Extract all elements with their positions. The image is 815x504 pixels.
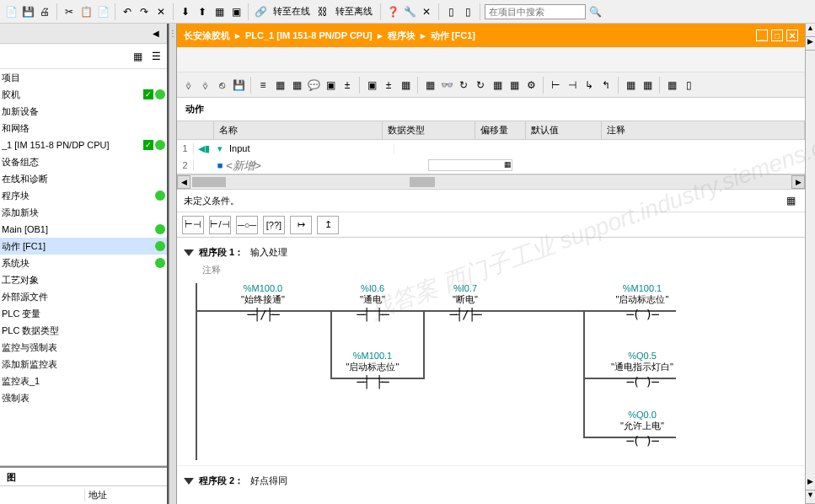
close-icon[interactable]: ✕ [786,29,798,41]
tool-branch-close[interactable]: ↥ [317,216,339,234]
ladder-contact[interactable]: %M100.1"启动标志位"─┤ ├─ [339,351,406,389]
tree-view-icon[interactable]: ▦ [130,49,145,64]
et-icon[interactable]: ▦ [640,78,655,93]
tree-item[interactable]: 强制表 [0,389,167,406]
et-glasses-icon[interactable]: 👓 [439,78,454,93]
tool-nc-contact[interactable]: ⊢/⊣ [209,216,231,234]
et-icon[interactable]: ▦ [623,78,638,93]
cross-icon[interactable]: ✕ [419,4,434,19]
et-icon[interactable]: ▯ [681,78,696,93]
network-collapse-icon[interactable] [184,249,194,256]
crumb-project[interactable]: 长安涂胶机 [184,29,230,42]
et-icon[interactable]: ↻ [456,78,471,93]
tool-icon[interactable]: 🔧 [402,4,417,19]
tree-item[interactable]: PLC 变量 [0,305,167,322]
var-row-input[interactable]: 1 ◀▮ ▾ Input [177,140,805,157]
tree-item[interactable]: 加新设备 [0,103,167,120]
undo-icon[interactable]: ↶ [120,4,135,19]
tree-item[interactable]: 设备组态 [0,153,167,170]
download-icon[interactable]: ⬇ [178,4,193,19]
cut-icon[interactable]: ✂ [62,4,77,19]
tool-branch-open[interactable]: ↦ [290,216,312,234]
tree-item[interactable]: 系统块 [0,255,167,271]
win2-icon[interactable]: ▯ [460,4,475,19]
upload-icon[interactable]: ⬆ [195,4,210,19]
tree-item[interactable]: 在线和诊断 [0,170,167,187]
tree-item[interactable]: 程序块 [0,187,167,204]
tree-item[interactable]: 项目 [0,69,167,86]
et-icon[interactable]: ▣ [323,78,338,93]
go-offline-label[interactable]: 转至离线 [332,5,376,18]
redo-icon[interactable]: ↷ [137,4,152,19]
splitter[interactable]: ⋮ [169,24,177,504]
paste-icon[interactable]: 📄 [95,4,110,19]
et-icon[interactable]: ± [381,78,396,93]
et-icon[interactable]: ▦ [490,78,505,93]
crumb-blocks[interactable]: 程序块 [388,29,416,42]
search-go-icon[interactable]: 🔍 [587,4,603,19]
sim-icon[interactable]: ▣ [228,4,244,19]
tree-item[interactable]: 和网络 [0,120,167,137]
ladder-coil[interactable]: %Q0.0"允许上电"─( )─ [609,410,676,448]
ladder-contact[interactable]: %I0.7"断电"─┤/├─ [432,283,499,321]
link-icon[interactable]: 🔗 [253,4,268,19]
et-icon[interactable]: ▦ [422,78,437,93]
et-icon[interactable]: ≡ [255,78,271,93]
copy-icon[interactable]: 📋 [78,4,94,19]
tree-item[interactable]: 添加新块 [0,204,167,221]
ladder-coil[interactable]: %M100.1"启动标志位"─( )─ [609,283,676,321]
et-icon[interactable]: ▦ [398,78,413,93]
tree-item[interactable]: 监控表_1 [0,373,167,389]
new-icon[interactable]: 📄 [3,4,19,19]
tree-item[interactable]: Main [OB1] [0,221,167,238]
tool-box[interactable]: [??] [263,216,285,234]
var-table-scrollbar[interactable]: ◀ ▶ [177,174,805,190]
delete-icon[interactable]: ✕ [153,4,169,19]
et-icon[interactable]: ⚙ [523,78,539,93]
var-row-new[interactable]: 2 ■ ▦ [177,157,805,174]
et-icon[interactable]: ⎀ [180,78,196,93]
type-dropdown[interactable]: ▦ [428,159,512,171]
help-icon[interactable]: ❓ [385,4,400,19]
tree-item[interactable]: 胶机✓ [0,86,167,103]
et-icon[interactable]: ▦ [289,78,304,93]
et-icon[interactable]: ▦ [664,78,679,93]
search-input[interactable] [485,4,586,19]
et-icon[interactable]: ↳ [582,78,597,93]
et-icon[interactable]: ↻ [473,78,488,93]
tool-coil[interactable]: ─○─ [236,216,258,234]
print-icon[interactable]: 🖨 [37,4,52,19]
tree-item[interactable]: 监控与强制表 [0,339,167,356]
ladder-coil[interactable]: %Q0.5"通电指示灯白"─( )─ [609,351,676,389]
go-online-label[interactable]: 转至在线 [270,5,314,18]
project-tree[interactable]: 项目胶机✓加新设备和网络_1 [IM 151-8 PN/DP CPU]✓设备组态… [0,69,167,465]
tree-item[interactable]: PLC 数据类型 [0,322,167,339]
tree-item[interactable]: 添加新监控表 [0,356,167,373]
maximize-icon[interactable]: □ [771,29,783,41]
win1-icon[interactable]: ▯ [443,4,458,19]
ladder-contact[interactable]: %I0.6"通电"─┤ ├─ [339,283,406,321]
tree-item[interactable]: _1 [IM 151-8 PN/DP CPU]✓ [0,137,167,153]
ladder-contact[interactable]: %M100.0"始终接通"─┤/├─ [229,283,297,321]
minimize-icon[interactable]: _ [756,29,768,41]
et-icon[interactable]: 💬 [306,78,321,93]
et-icon[interactable]: ± [340,78,355,93]
crumb-plc[interactable]: PLC_1 [IM 151-8 PN/DP CPU] [245,30,373,40]
compile-icon[interactable]: ▦ [212,4,227,19]
et-icon[interactable]: ⎋ [214,78,229,93]
condition-expand-icon[interactable]: ▦ [783,193,798,208]
tree-item[interactable]: 工艺对象 [0,271,167,288]
et-icon[interactable]: ▦ [507,78,522,93]
save-icon[interactable]: 💾 [20,4,35,19]
collapse-left-icon[interactable]: ◀ [148,26,164,41]
et-icon[interactable]: ▣ [364,78,379,93]
et-icon[interactable]: ⊣ [565,78,580,93]
tree-list-icon[interactable]: ☰ [148,49,164,64]
tool-no-contact[interactable]: ⊢⊣ [182,216,204,234]
unlink-icon[interactable]: ⛓ [315,4,330,19]
et-icon[interactable]: ↰ [598,78,614,93]
tree-item[interactable]: 动作 [FC1] [0,238,167,255]
et-icon[interactable]: ▦ [272,78,287,93]
et-icon[interactable]: ⊢ [548,78,563,93]
network-collapse-icon[interactable] [184,478,194,485]
